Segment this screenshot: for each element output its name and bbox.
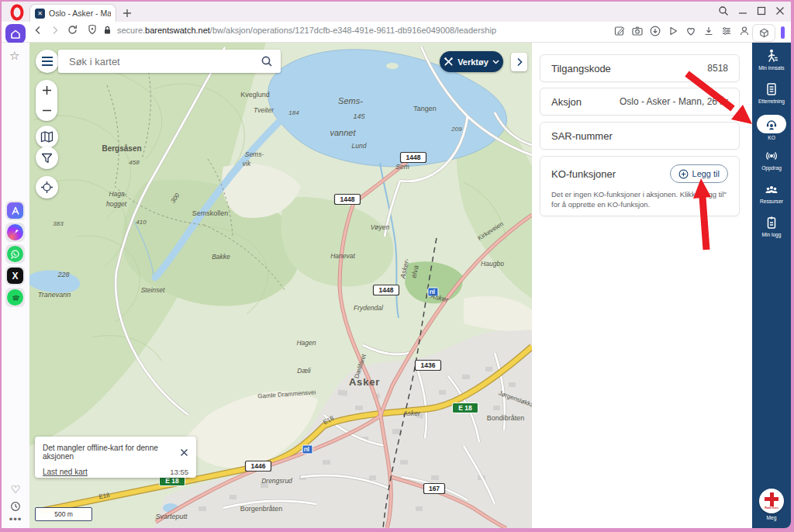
download-icon[interactable] <box>703 25 715 37</box>
svg-text:Tangen: Tangen <box>413 105 437 112</box>
add-ko-function-button[interactable]: Legg til <box>670 164 728 183</box>
lock-icon[interactable] <box>102 25 112 36</box>
svg-text:Hagen: Hagen <box>296 339 316 347</box>
svg-text:Kveglund: Kveglund <box>240 91 270 98</box>
access-code-card[interactable]: Tilgangskode 8518 <box>540 54 740 82</box>
svg-text:Sems-: Sems- <box>245 150 264 158</box>
camera-icon[interactable] <box>631 25 644 37</box>
browser-tab[interactable]: ✕ Oslo - Asker - Mann, 26 å <box>29 4 116 22</box>
zoom-in-button[interactable] <box>42 85 52 95</box>
sidebar-item-ressurser[interactable]: Ressurser <box>752 181 791 215</box>
svg-text:Sem: Sem <box>395 163 409 171</box>
opera-sidebar: ☆ X ♡ ••• <box>2 43 30 528</box>
tab-favicon: ✕ <box>35 9 45 19</box>
svg-text:Lund: Lund <box>352 142 367 150</box>
svg-text:Asker: Asker <box>402 409 421 417</box>
svg-text:458: 458 <box>129 159 140 166</box>
map-search[interactable] <box>58 50 281 73</box>
edit-page-icon[interactable] <box>613 25 626 37</box>
svg-text:Frydendal: Frydendal <box>354 304 384 312</box>
pip-icon[interactable] <box>649 25 661 37</box>
svg-text:hogget: hogget <box>106 200 127 208</box>
sar-number-card[interactable]: SAR-nummer <box>540 122 740 150</box>
svg-text:410: 410 <box>136 219 147 226</box>
offline-map-toast: Det mangler offline-kart for denne aksjo… <box>35 437 196 478</box>
sidebar-item-meg[interactable]: Røde Kors Meg <box>759 489 784 520</box>
panel-expand-button[interactable] <box>511 53 527 71</box>
people-icon <box>764 181 779 197</box>
sidebar-handle[interactable] <box>781 26 785 39</box>
map-menu-button[interactable] <box>36 50 59 73</box>
layers-button[interactable] <box>36 126 58 148</box>
app-navbar: Min innsats Etterretning KO Oppdrag Ress… <box>752 43 791 528</box>
filter-button[interactable] <box>36 147 58 169</box>
svg-text:Haugbo: Haugbo <box>481 260 504 268</box>
svg-text:Hanevat: Hanevat <box>330 252 355 260</box>
heart-icon[interactable] <box>685 25 697 37</box>
x-app-icon[interactable]: X <box>5 266 25 285</box>
sidebar-item-min-logg[interactable]: Min logg <box>752 215 791 248</box>
locate-button[interactable] <box>36 176 58 199</box>
map-canvas[interactable]: 14481448144814361446167E 18E 18 Bergsåse… <box>29 43 532 528</box>
reload-button[interactable] <box>67 24 78 36</box>
minimize-button[interactable] <box>738 6 747 16</box>
svg-text:1436: 1436 <box>421 361 436 369</box>
locate-icon <box>40 181 54 194</box>
red-cross-logo: Røde Kors <box>759 489 784 513</box>
bookmarks-star-icon[interactable]: ☆ <box>9 49 19 63</box>
map-scale: 500 m <box>35 507 92 521</box>
svg-text:Svarteputt: Svarteputt <box>155 513 188 520</box>
search-icon[interactable] <box>261 55 273 67</box>
spotify-app-icon[interactable] <box>5 288 25 307</box>
site-badge-icon[interactable] <box>87 24 98 36</box>
forward-button[interactable] <box>50 25 60 36</box>
svg-text:Drengsrud: Drengsrud <box>261 477 292 485</box>
svg-text:Vøyen: Vøyen <box>371 223 390 231</box>
action-card[interactable]: Aksjon Oslo - Asker - Mann, 26 år <box>540 88 740 116</box>
opera-logo-icon[interactable] <box>9 4 26 21</box>
tab-title: Oslo - Asker - Mann, 26 å <box>49 9 111 18</box>
extensions-button[interactable] <box>752 24 775 42</box>
back-button[interactable] <box>33 25 43 36</box>
whatsapp-app-icon[interactable] <box>5 244 25 264</box>
aria-app-icon[interactable] <box>5 201 25 220</box>
address-url[interactable]: secure.barentswatch.net/bw/aksjon/operat… <box>117 26 496 35</box>
svg-text:1446: 1446 <box>251 462 266 470</box>
map-search-input[interactable] <box>67 55 261 68</box>
svg-text:1448: 1448 <box>406 154 421 161</box>
sliders-icon[interactable] <box>720 25 733 37</box>
walking-person-icon <box>764 48 779 64</box>
svg-text:E 18: E 18 <box>165 477 179 485</box>
svg-text:Steinset: Steinset <box>141 286 165 294</box>
rail-heart-icon[interactable]: ♡ <box>11 483 21 496</box>
history-clock-icon[interactable] <box>10 501 21 512</box>
download-map-link[interactable]: Last ned kart <box>43 468 88 476</box>
chevron-down-icon <box>492 60 499 64</box>
messenger-app-icon[interactable] <box>5 223 25 242</box>
filter-icon <box>41 153 53 164</box>
sidebar-item-etterretning[interactable]: Etterretning <box>752 81 791 115</box>
sidebar-item-min-innsats[interactable]: Min innsats <box>752 48 791 81</box>
workspace-button[interactable] <box>5 24 26 43</box>
play-icon[interactable] <box>667 25 679 37</box>
maximize-button[interactable] <box>757 6 766 16</box>
svg-text:vik: vik <box>243 160 251 168</box>
tools-button[interactable]: Verktøy <box>440 51 503 72</box>
close-button[interactable] <box>775 6 785 16</box>
svg-text:Bondibråten: Bondibråten <box>487 414 525 422</box>
sidebar-item-ko[interactable]: KO <box>752 115 791 148</box>
sidebar-item-oppdrag[interactable]: Oppdrag <box>752 148 791 181</box>
tab-strip: ✕ Oslo - Asker - Mann, 26 å <box>2 2 791 22</box>
toast-time: 13:55 <box>170 468 188 476</box>
logbook-icon <box>764 215 779 230</box>
more-options-icon[interactable]: ••• <box>9 517 22 522</box>
toast-message: Det mangler offline-kart for denne aksjo… <box>43 444 180 461</box>
zoom-out-button[interactable] <box>42 105 52 116</box>
access-code-value: 8518 <box>707 63 728 74</box>
tab-search-icon[interactable] <box>718 5 729 16</box>
svg-text:Semskollen: Semskollen <box>192 209 229 217</box>
new-tab-button[interactable] <box>120 6 134 20</box>
toast-close-icon[interactable] <box>180 448 188 457</box>
ko-empty-text: Det er ingen KO-funksjoner i aksjonen. K… <box>551 190 734 210</box>
profile-icon[interactable] <box>738 25 751 37</box>
